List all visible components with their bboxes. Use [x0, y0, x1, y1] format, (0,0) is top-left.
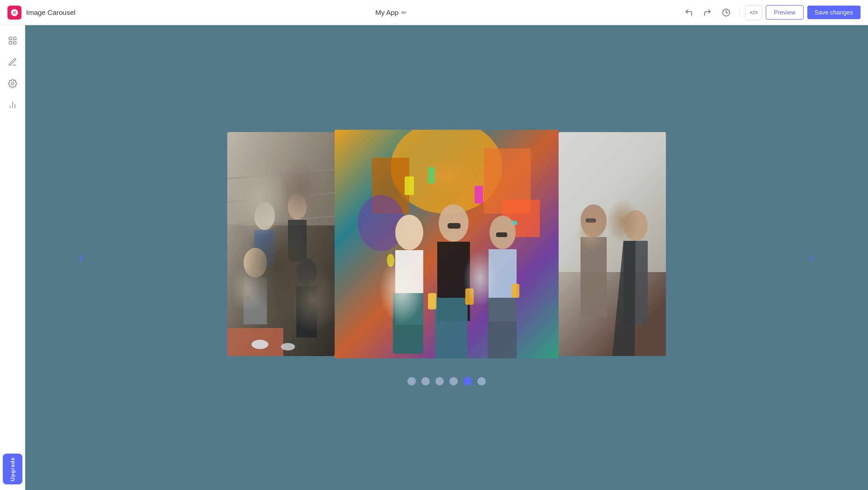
svg-point-42	[490, 216, 516, 249]
sidebar-item-settings[interactable]	[3, 74, 22, 93]
svg-rect-27	[372, 158, 409, 214]
svg-rect-41	[435, 298, 468, 358]
svg-rect-48	[448, 223, 461, 229]
svg-rect-50	[559, 132, 666, 356]
svg-rect-38	[393, 293, 423, 354]
carousel-dot-0[interactable]	[407, 377, 416, 385]
topbar: Image Carousel My App ✏ </> Preview	[0, 0, 868, 25]
carousel-next-button[interactable]: ›	[803, 248, 821, 267]
svg-rect-1	[9, 37, 12, 40]
svg-rect-47	[512, 284, 519, 298]
svg-rect-25	[335, 130, 559, 358]
svg-point-36	[395, 215, 423, 250]
carousel-track	[199, 130, 694, 358]
svg-line-11	[227, 169, 335, 179]
carousel-slide-left	[227, 132, 335, 356]
svg-rect-37	[395, 250, 423, 325]
sidebar-item-design[interactable]	[3, 52, 22, 72]
carousel-dot-3[interactable]	[449, 377, 458, 385]
svg-rect-19	[244, 278, 267, 324]
svg-rect-15	[254, 230, 275, 267]
svg-rect-33	[475, 186, 483, 203]
carousel-dot-4[interactable]	[463, 377, 472, 385]
svg-rect-44	[488, 298, 517, 358]
carousel-prev-button[interactable]: ‹	[72, 248, 91, 267]
history-button[interactable]	[719, 5, 734, 20]
slide-image-center	[335, 130, 559, 358]
carousel-wrapper: ‹	[25, 25, 868, 490]
svg-rect-3	[9, 42, 12, 44]
carousel-dot-5[interactable]	[477, 377, 486, 385]
svg-point-18	[244, 248, 267, 278]
svg-rect-9	[227, 132, 335, 356]
carousel-slide-center	[335, 130, 559, 358]
center-area: My App ✏	[101, 8, 681, 16]
svg-rect-54	[586, 218, 596, 223]
svg-point-39	[439, 204, 469, 242]
svg-rect-2	[13, 37, 16, 40]
app-logo-icon	[7, 6, 21, 20]
upgrade-button[interactable]: Upgrade	[3, 454, 22, 484]
svg-rect-46	[465, 288, 474, 305]
svg-rect-30	[503, 200, 540, 237]
svg-point-26	[391, 130, 503, 214]
svg-rect-56	[623, 241, 648, 325]
carousel-slide-right	[559, 132, 666, 356]
svg-rect-51	[559, 132, 666, 272]
svg-rect-45	[428, 293, 436, 309]
undo-button[interactable]	[681, 5, 696, 20]
save-changes-button[interactable]: Save changes	[807, 6, 861, 19]
svg-point-52	[581, 204, 607, 237]
svg-rect-53	[581, 237, 607, 316]
svg-point-23	[252, 340, 268, 349]
svg-point-34	[506, 220, 518, 226]
svg-rect-31	[405, 176, 414, 195]
svg-point-5	[11, 83, 14, 85]
app-name-label: My App	[375, 8, 399, 16]
main-canvas: ‹	[25, 25, 868, 490]
code-button[interactable]: </>	[745, 5, 762, 20]
svg-rect-21	[296, 286, 317, 337]
redo-button[interactable]	[700, 5, 715, 20]
svg-point-55	[623, 210, 648, 241]
slide-image-left	[227, 132, 335, 356]
svg-rect-22	[227, 328, 283, 356]
svg-rect-28	[484, 148, 531, 214]
svg-rect-43	[489, 249, 517, 322]
svg-rect-17	[288, 220, 307, 262]
preview-button[interactable]: Preview	[766, 5, 803, 20]
carousel-dot-1[interactable]	[421, 377, 430, 385]
svg-line-12	[227, 193, 335, 202]
svg-point-35	[387, 254, 394, 267]
app-title: Image Carousel	[26, 8, 76, 16]
svg-point-16	[288, 194, 307, 220]
svg-point-20	[296, 258, 317, 286]
svg-rect-10	[227, 132, 335, 225]
sidebar-item-analytics[interactable]	[3, 95, 22, 115]
svg-point-29	[358, 195, 405, 251]
svg-rect-49	[496, 232, 507, 237]
svg-rect-32	[428, 167, 435, 183]
carousel-dot-2[interactable]	[435, 377, 444, 385]
carousel-dots	[407, 377, 486, 385]
svg-line-13	[227, 216, 335, 225]
svg-point-14	[254, 202, 275, 230]
edit-app-name-icon[interactable]: ✏	[401, 9, 407, 16]
svg-point-24	[281, 343, 295, 350]
separator	[739, 8, 740, 17]
logo-area: Image Carousel	[7, 6, 101, 20]
svg-rect-4	[13, 42, 16, 44]
topbar-actions: </> Preview Save changes	[681, 5, 861, 20]
slide-image-right	[559, 132, 666, 356]
sidebar: Upgrade	[0, 25, 25, 490]
svg-rect-40	[437, 242, 470, 321]
sidebar-item-dashboard[interactable]	[3, 31, 22, 50]
